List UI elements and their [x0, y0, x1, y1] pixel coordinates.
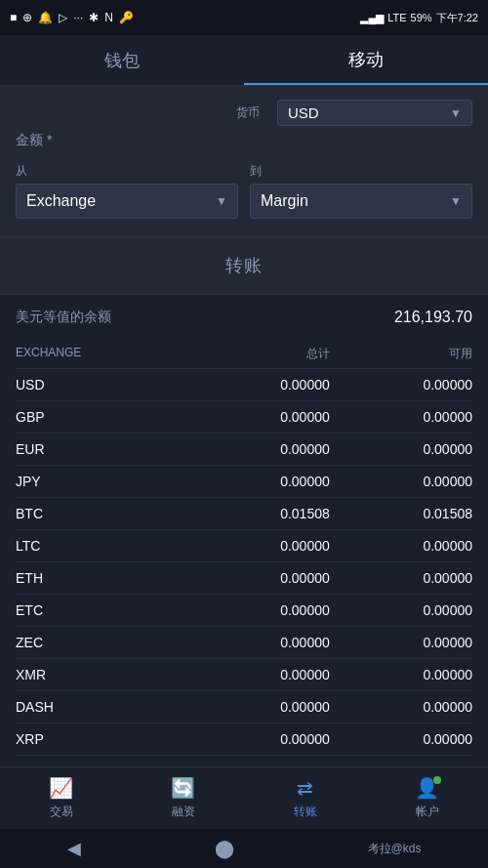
- currency-row: 货币 USD ▼: [16, 100, 472, 126]
- table-row: XMR 0.00000 0.00000: [16, 659, 472, 691]
- table-row: JPY 0.00000 0.00000: [16, 466, 472, 498]
- to-label: 到: [250, 163, 472, 180]
- to-select[interactable]: Margin ▼: [250, 184, 472, 219]
- to-chevron-icon: ▼: [450, 194, 462, 208]
- play-icon: ▷: [59, 11, 67, 24]
- tab-transfer[interactable]: 移动: [244, 35, 488, 85]
- balance-value: 216,193.70: [394, 309, 472, 326]
- tab-wallet[interactable]: 钱包: [0, 35, 244, 85]
- transfer-button[interactable]: 转账: [225, 254, 263, 277]
- th-exchange: EXCHANGE: [16, 346, 187, 362]
- total-value: 0.00000: [187, 635, 330, 650]
- status-bar: ■ ⊕ 🔔 ▷ ··· ✱ N 🔑 ▂▄▆ LTE 59% 下午7:22: [0, 0, 488, 35]
- status-left: ■ ⊕ 🔔 ▷ ··· ✱ N 🔑: [10, 11, 134, 24]
- available-value: 0.00000: [330, 474, 472, 489]
- time-label: 下午7:22: [436, 11, 478, 25]
- transfer-icon: ⇄: [297, 776, 313, 800]
- total-value: 0.00000: [187, 602, 330, 618]
- table-row: ETC 0.00000 0.00000: [16, 595, 472, 627]
- nav-funding-label: 融资: [172, 804, 195, 820]
- total-value: 0.00000: [187, 441, 330, 457]
- to-col: 到 Margin ▼: [250, 163, 472, 219]
- coin-label: ZEC: [16, 635, 187, 650]
- funding-icon: 🔄: [171, 776, 195, 800]
- total-value: 0.00000: [187, 699, 330, 715]
- table-row: ZEC 0.00000 0.00000: [16, 627, 472, 659]
- amount-row: 金额 *: [16, 132, 472, 149]
- bottom-nav: 📈 交易 🔄 融资 ⇄ 转账 👤 帐户: [0, 766, 488, 829]
- table-row: LTC 0.00000 0.00000: [16, 530, 472, 562]
- form-section: 货币 USD ▼ 金额 * 从 Exchange ▼ 到 Ma: [0, 86, 488, 236]
- from-select[interactable]: Exchange ▼: [16, 184, 238, 219]
- top-tabs: 钱包 移动: [0, 35, 488, 86]
- total-value: 0.00000: [187, 570, 330, 586]
- from-chevron-icon: ▼: [216, 194, 227, 208]
- table-rows: USD 0.00000 0.00000 GBP 0.00000 0.00000 …: [16, 369, 472, 756]
- lte-label: LTE: [387, 12, 406, 23]
- available-value: 0.01508: [330, 506, 472, 521]
- coin-label: EUR: [16, 441, 187, 457]
- th-total: 总计: [187, 346, 330, 362]
- total-value: 0.00000: [187, 538, 330, 554]
- table-row: GBP 0.00000 0.00000: [16, 401, 472, 434]
- nav-account[interactable]: 👤 帐户: [366, 767, 488, 829]
- back-button[interactable]: ◀: [67, 838, 81, 859]
- amount-label: 金额 *: [16, 132, 133, 149]
- nav-funding[interactable]: 🔄 融资: [122, 767, 244, 829]
- available-value: 0.00000: [330, 602, 472, 618]
- online-dot: [433, 776, 441, 784]
- to-value: Margin: [261, 192, 308, 210]
- total-value: 0.00000: [187, 409, 330, 425]
- tab-transfer-label: 移动: [348, 48, 384, 71]
- key-icon: 🔑: [119, 11, 134, 24]
- total-value: 0.00000: [187, 731, 330, 747]
- main-content: 货币 USD ▼ 金额 * 从 Exchange ▼ 到 Ma: [0, 86, 488, 766]
- available-value: 0.00000: [330, 731, 472, 747]
- from-to-row: 从 Exchange ▼ 到 Margin ▼: [16, 163, 472, 219]
- more-icon: ···: [73, 11, 83, 24]
- trade-icon: 📈: [49, 776, 73, 800]
- tab-wallet-label: 钱包: [104, 49, 140, 72]
- app-icon-1: ■: [10, 11, 17, 24]
- battery-label: 59%: [411, 12, 432, 23]
- status-right: ▂▄▆ LTE 59% 下午7:22: [360, 11, 478, 25]
- coin-label: ETH: [16, 570, 187, 586]
- coin-label: JPY: [16, 474, 187, 489]
- table-header: EXCHANGE 总计 可用: [16, 340, 472, 369]
- table-row: XRP 0.00000 0.00000: [16, 723, 472, 756]
- from-col: 从 Exchange ▼: [16, 163, 238, 219]
- currency-value: USD: [288, 104, 319, 121]
- currency-select[interactable]: USD ▼: [277, 100, 472, 126]
- available-value: 0.00000: [330, 409, 472, 425]
- coin-label: XRP: [16, 731, 187, 747]
- total-value: 0.00000: [187, 474, 330, 489]
- th-available: 可用: [330, 346, 472, 362]
- coin-label: BTC: [16, 506, 187, 521]
- available-value: 0.00000: [330, 570, 472, 586]
- coin-label: DASH: [16, 699, 187, 715]
- transfer-area: 转账: [0, 237, 488, 293]
- coin-label: USD: [16, 377, 187, 393]
- nav-trade[interactable]: 📈 交易: [0, 767, 122, 829]
- total-value: 0.00000: [187, 667, 330, 682]
- nav-trade-label: 交易: [50, 804, 73, 820]
- home-button[interactable]: ⬤: [215, 838, 234, 859]
- available-value: 0.00000: [330, 635, 472, 650]
- account-icon-wrap: 👤: [415, 776, 439, 800]
- android-nav: ◀ ⬤ 考拉@kds: [0, 829, 488, 868]
- chevron-down-icon: ▼: [450, 106, 462, 120]
- available-value: 0.00000: [330, 667, 472, 682]
- from-label: 从: [16, 163, 238, 180]
- total-value: 0.00000: [187, 377, 330, 393]
- coin-label: GBP: [16, 409, 187, 425]
- amount-input[interactable]: [133, 133, 472, 149]
- balance-section: 美元等值的余额 216,193.70: [0, 294, 488, 340]
- brand-label: 考拉@kds: [368, 841, 422, 857]
- table-row: ETH 0.00000 0.00000: [16, 562, 472, 595]
- app-icon-2: ⊕: [22, 11, 32, 24]
- notification-icon: 🔔: [38, 11, 53, 24]
- currency-label: 货币: [236, 104, 260, 121]
- coin-label: LTC: [16, 538, 187, 554]
- bluetooth-icon: ✱: [89, 11, 99, 24]
- nav-transfer[interactable]: ⇄ 转账: [244, 767, 366, 829]
